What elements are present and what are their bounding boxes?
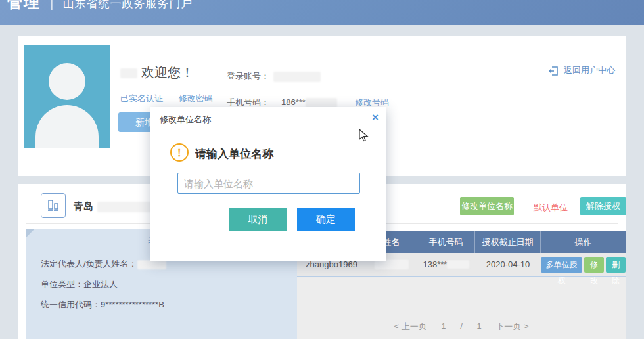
dialog-title: 修改单位名称: [160, 114, 211, 125]
next-page-link[interactable]: 下一页 >: [495, 321, 528, 331]
text-caret: [183, 177, 183, 189]
confirm-button[interactable]: 确定: [297, 208, 355, 231]
page-separator: /: [460, 321, 463, 331]
site-title-separator: |: [50, 0, 53, 10]
cancel-button[interactable]: 取消: [229, 208, 287, 231]
default-unit-link[interactable]: 默认单位: [534, 202, 568, 214]
prev-page-link[interactable]: < 上一页: [394, 321, 426, 331]
site-title-bold: 管理: [7, 0, 41, 11]
table-header-expire: 授权截止日期: [475, 231, 541, 253]
avatar-body-icon: [35, 105, 99, 148]
pagination: < 上一页 1 / 1 下一页 >: [297, 321, 626, 332]
revoke-auth-button[interactable]: 解除授权: [580, 197, 626, 215]
edit-button[interactable]: 修改: [584, 257, 604, 273]
redacted-phone: [306, 98, 337, 108]
dialog-prompt: 请输入单位名称: [195, 147, 273, 162]
total-pages: 1: [476, 321, 481, 331]
mouse-cursor-icon: [359, 129, 369, 143]
login-account-label: 登录账号：: [227, 71, 269, 81]
avatar-head-icon: [49, 63, 85, 100]
delete-button[interactable]: 删除: [606, 257, 626, 273]
modify-unit-name-dialog: 修改单位名称 × ！ 请输入单位名称 取消 确定: [150, 107, 386, 261]
multi-unit-auth-button[interactable]: 多单位授权: [541, 257, 582, 273]
current-page: 1: [441, 321, 446, 331]
verified-link[interactable]: 已实名认证: [120, 93, 163, 103]
phone-label: 手机号码：: [227, 97, 269, 107]
redacted-username: [120, 68, 137, 78]
row-actions: 多单位授权 修改 删除: [541, 253, 626, 276]
building-icon[interactable]: [41, 193, 66, 218]
top-nav-bar: 管理 | 山东省统一政务服务门户: [0, 0, 644, 25]
close-icon[interactable]: ×: [372, 111, 379, 124]
site-title: 管理 | 山东省统一政务服务门户: [7, 0, 193, 12]
unit-name-input[interactable]: [177, 173, 360, 194]
unit-type-row: 单位类型：企业法人: [41, 274, 166, 294]
return-user-center-label: 返回用户中心: [564, 64, 615, 76]
redacted-row-phone: [447, 260, 469, 269]
welcome-text: 欢迎您！: [120, 64, 194, 81]
warning-icon: ！: [170, 143, 189, 162]
return-user-center-link[interactable]: 返回用户中心: [548, 64, 615, 76]
unit-name-prefix: 青岛: [74, 200, 93, 212]
legal-name-row: 法定代表人/负责人姓名：: [41, 254, 166, 274]
phone-masked-value: 186***: [281, 97, 306, 107]
table-header-phone: 手机号码: [417, 231, 475, 253]
row-phone: 138***: [417, 253, 475, 276]
welcome-label: 欢迎您！: [141, 65, 194, 79]
credit-code-row: 统一信用代码：9****************B: [41, 294, 166, 315]
row-expire-date: 2020-04-10: [475, 253, 541, 276]
table-header-actions: 操作: [541, 231, 626, 253]
return-exit-icon: [548, 65, 559, 76]
site-title-rest: 山东省统一政务服务门户: [63, 0, 193, 10]
redacted-login-account: [273, 72, 321, 82]
avatar: [24, 45, 110, 148]
modify-unit-name-button[interactable]: 修改单位名称: [460, 197, 514, 215]
change-password-link[interactable]: 修改密码: [179, 93, 213, 103]
